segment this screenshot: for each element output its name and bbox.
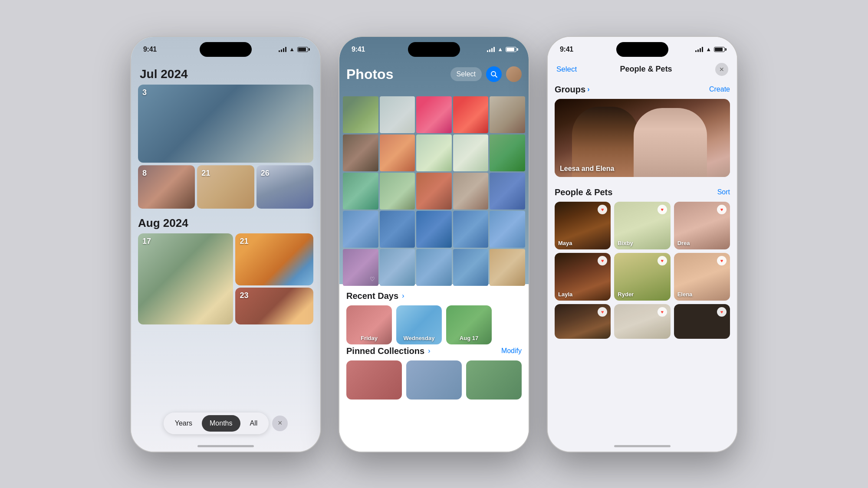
photo-jul-8[interactable]: 8 — [138, 165, 195, 209]
photo-jul-thumbs: 8 21 26 — [138, 165, 313, 209]
recent-days-header: Recent Days › — [339, 284, 529, 305]
heart-m2[interactable]: ♥ — [658, 307, 667, 317]
grid-cell-23[interactable] — [416, 249, 452, 286]
battery-fill-1 — [298, 48, 306, 51]
avatar-button[interactable] — [506, 66, 522, 82]
grid-cell-1[interactable] — [343, 96, 378, 133]
heart-maya[interactable]: ♥ — [598, 205, 607, 214]
day-num-21b: 21 — [240, 237, 248, 246]
grid-cell-4[interactable] — [453, 96, 489, 133]
grid-cell-12[interactable] — [380, 173, 415, 210]
grid-cell-20[interactable] — [490, 211, 525, 248]
photo-jul-26[interactable]: 26 — [256, 165, 313, 209]
grid-cell-18[interactable] — [416, 211, 452, 248]
recent-days-row: Friday Wednesday Aug 17 — [339, 305, 529, 344]
signal-bars-3 — [695, 47, 703, 52]
person-card-layla[interactable]: ♥ Layla — [555, 253, 611, 301]
grid-cell-5[interactable] — [490, 96, 525, 133]
grid-cell-16[interactable] — [343, 211, 378, 248]
grid-cell-19[interactable] — [453, 211, 489, 248]
grid-cell-22[interactable] — [380, 249, 415, 286]
phone2-content: 9:41 ▲ Photos Select — [339, 37, 529, 452]
photo-aug-17[interactable]: 17 — [138, 233, 233, 324]
toolbar-close-btn[interactable]: × — [272, 416, 288, 431]
group-card-label: Leesa and Elena — [560, 165, 614, 173]
signal-bars-1 — [279, 47, 286, 52]
person-card-m1[interactable]: ♥ — [555, 304, 611, 339]
month-aug-header: Aug 2024 — [131, 211, 320, 233]
person-card-drea[interactable]: ♥ Drea — [674, 202, 730, 249]
heart-elena[interactable]: ♥ — [717, 256, 727, 265]
grid-row-1 — [343, 96, 525, 133]
groups-header-row: Groups › Create — [555, 85, 730, 95]
sort-button[interactable]: Sort — [717, 188, 730, 196]
grid-cell-3[interactable] — [416, 96, 452, 133]
modify-button[interactable]: Modify — [501, 347, 522, 355]
grid-row-3 — [343, 173, 525, 210]
signal-bar-3 — [283, 48, 284, 52]
white-content-area: Recent Days › Friday Wednesday Aug 17 — [339, 284, 529, 452]
pinned-title-container[interactable]: Pinned Collections › — [346, 346, 431, 356]
all-btn[interactable]: All — [242, 415, 266, 432]
grid-cell-14[interactable] — [453, 173, 489, 210]
wifi-icon-2: ▲ — [497, 46, 503, 52]
person-card-m2[interactable]: ♥ — [614, 304, 670, 339]
photo-aug-23[interactable]: 23 — [235, 288, 313, 324]
day-card-wednesday-label: Wednesday — [396, 335, 442, 341]
search-button[interactable] — [486, 66, 502, 82]
person-card-m3[interactable]: ♥ — [674, 304, 730, 339]
heart-ryder[interactable]: ♥ — [658, 256, 667, 265]
photo-jul-21[interactable]: 21 — [197, 165, 254, 209]
heart-layla[interactable]: ♥ — [598, 256, 607, 265]
people-pets-section: People & Pets Sort ♥ Maya ♥ Bixby ♥ — [548, 182, 737, 342]
status-time-1: 9:41 — [143, 46, 157, 53]
grid-cell-24[interactable] — [453, 249, 489, 286]
grid-cell-9[interactable] — [453, 134, 489, 171]
select-button[interactable]: Select — [450, 67, 482, 81]
grid-cell-13[interactable] — [416, 173, 452, 210]
person-card-maya[interactable]: ♥ Maya — [555, 202, 611, 249]
photo-jul-main[interactable]: 3 — [138, 85, 313, 163]
grid-cell-8[interactable] — [416, 134, 452, 171]
recent-days-title[interactable]: Recent Days › — [346, 291, 404, 301]
grid-cell-11[interactable] — [343, 173, 378, 210]
day-card-aug17[interactable]: Aug 17 — [446, 305, 492, 344]
months-btn[interactable]: Months — [202, 415, 240, 432]
svg-line-1 — [495, 75, 497, 77]
grid-cell-15[interactable] — [490, 173, 525, 210]
person-name-layla: Layla — [558, 291, 572, 298]
pinned-card-1[interactable] — [346, 360, 402, 400]
photo-aug-21[interactable]: 21 — [235, 233, 313, 285]
group-card-leesa-elena[interactable]: Leesa and Elena — [555, 99, 730, 177]
pinned-card-2[interactable] — [406, 360, 462, 400]
person-card-ryder[interactable]: ♥ Ryder — [614, 253, 670, 301]
heart-m3[interactable]: ♥ — [717, 307, 727, 317]
people-scroll-area[interactable]: Groups › Create Leesa and Elena People &… — [548, 81, 737, 450]
grid-cell-7[interactable] — [380, 134, 415, 171]
grid-cell-17[interactable] — [380, 211, 415, 248]
pinned-section: Pinned Collections › Modify — [339, 344, 529, 400]
person-card-elena[interactable]: ♥ Elena — [674, 253, 730, 301]
grid-cell-2[interactable] — [380, 96, 415, 133]
header-close-btn[interactable]: ✕ — [715, 63, 728, 76]
groups-title-btn[interactable]: Groups › — [555, 85, 589, 95]
header-select-btn[interactable]: Select — [556, 65, 577, 74]
grid-cell-21[interactable]: ♡ — [343, 249, 378, 286]
grid-cell-25[interactable] — [490, 249, 525, 286]
signal-bar-1 — [279, 50, 280, 52]
aug-right-col: 21 23 — [235, 233, 313, 324]
person-card-bixby[interactable]: ♥ Bixby — [614, 202, 670, 249]
grid-cell-10[interactable] — [490, 134, 525, 171]
day-card-friday[interactable]: Friday — [346, 305, 392, 344]
day-card-wednesday[interactable]: Wednesday — [396, 305, 442, 344]
heart-m1[interactable]: ♥ — [598, 307, 607, 317]
heart-bixby[interactable]: ♥ — [658, 205, 667, 214]
heart-drea[interactable]: ♥ — [717, 205, 727, 214]
pinned-card-3[interactable] — [466, 360, 522, 400]
years-btn[interactable]: Years — [167, 415, 200, 432]
search-icon — [490, 71, 497, 78]
people-pets-title: People & Pets — [555, 187, 612, 197]
phone3-content: 9:41 ▲ Select People & Pets ✕ — [548, 37, 737, 452]
create-button[interactable]: Create — [709, 85, 730, 93]
grid-cell-6[interactable] — [343, 134, 378, 171]
